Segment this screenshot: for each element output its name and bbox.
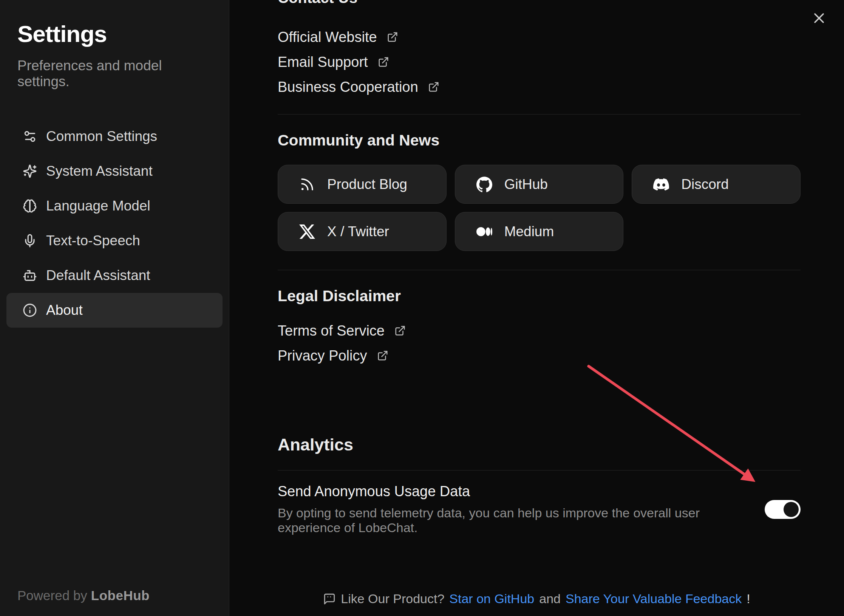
powered-by: Powered byLobeHub [17,588,150,603]
button-label: GitHub [504,176,548,192]
footer-text: Like Our Product? [341,591,444,606]
setting-text: Send Anonymous Usage Data By opting to s… [278,483,765,535]
community-buttons: Product Blog GitHub Discord X / Twitter … [278,165,801,251]
brain-icon [23,199,37,213]
medium-button[interactable]: Medium [455,212,624,251]
github-icon [476,176,492,192]
sidebar-item-default-assistant[interactable]: Default Assistant [6,258,223,293]
send-usage-data-setting: Send Anonymous Usage Data By opting to s… [278,483,801,535]
button-label: Discord [681,176,728,192]
settings-sidebar: Settings Preferences and model settings.… [0,0,229,616]
link-label: Official Website [278,29,377,45]
send-usage-toggle[interactable] [765,500,801,519]
button-label: X / Twitter [327,224,389,240]
sidebar-item-label: System Assistant [46,163,153,179]
external-link-icon [387,31,398,43]
footer-text: ! [747,591,750,606]
external-link-icon [428,81,439,93]
x-icon [299,224,315,240]
sidebar-item-label: About [46,302,83,318]
official-website-link[interactable]: Official Website [278,25,801,50]
sidebar-item-label: Default Assistant [46,268,150,283]
bot-icon [23,268,37,283]
terms-of-service-link[interactable]: Terms of Service [278,318,801,343]
message-quote-icon [323,593,336,605]
external-link-icon [394,325,406,336]
privacy-policy-link[interactable]: Privacy Policy [278,343,801,368]
community-title: Community and News [278,131,801,150]
sparkles-icon [23,164,37,178]
feedback-footer: Like Our Product? Star on GitHub and Sha… [229,591,844,606]
star-on-github-link[interactable]: Star on GitHub [449,591,534,606]
link-label: Business Cooperation [278,79,418,95]
mic-icon [23,234,37,248]
sidebar-item-label: Language Model [46,198,150,214]
external-link-icon [378,56,389,68]
about-panel: Contact Us Official Website Email Suppor… [229,0,844,616]
share-feedback-link[interactable]: Share Your Valuable Feedback [566,591,742,606]
business-cooperation-link[interactable]: Business Cooperation [278,74,801,99]
settings-nav: Common Settings System Assistant Languag… [6,119,223,328]
info-icon [23,303,37,317]
link-label: Terms of Service [278,323,385,339]
divider [278,114,801,115]
github-button[interactable]: GitHub [455,165,624,204]
toggle-knob [784,502,799,517]
discord-icon [653,176,669,192]
external-link-icon [377,350,388,361]
analytics-title: Analytics [278,435,801,455]
sidebar-item-text-to-speech[interactable]: Text-to-Speech [6,223,223,258]
sidebar-item-language-model[interactable]: Language Model [6,189,223,223]
contact-links: Official Website Email Support Business … [278,25,801,99]
x-twitter-button[interactable]: X / Twitter [278,212,447,251]
setting-label: Send Anonymous Usage Data [278,483,765,500]
divider [278,470,801,471]
medium-icon [476,224,492,240]
sliders-icon [23,129,37,144]
contact-us-title: Contact Us [278,0,801,6]
sidebar-item-label: Text-to-Speech [46,233,140,249]
sidebar-item-common-settings[interactable]: Common Settings [6,119,223,154]
sidebar-item-label: Common Settings [46,128,157,144]
close-icon[interactable] [811,10,827,26]
product-blog-button[interactable]: Product Blog [278,165,447,204]
lobehub-brand: LobeHub [91,588,150,603]
legal-links: Terms of Service Privacy Policy [278,318,801,368]
powered-by-text: Powered by [17,588,87,603]
button-label: Medium [504,224,554,240]
setting-description: By opting to send telemetry data, you ca… [278,506,765,535]
link-label: Privacy Policy [278,348,367,364]
discord-button[interactable]: Discord [632,165,801,204]
button-label: Product Blog [327,176,407,192]
sidebar-item-about[interactable]: About [6,293,223,328]
page-title: Settings [17,20,212,47]
page-subtitle: Preferences and model settings. [17,58,212,90]
email-support-link[interactable]: Email Support [278,50,801,74]
divider [278,270,801,270]
settings-window: Settings Preferences and model settings.… [0,0,844,616]
sidebar-item-system-assistant[interactable]: System Assistant [6,154,223,189]
rss-icon [299,176,315,192]
link-label: Email Support [278,54,368,70]
footer-text: and [539,591,561,606]
legal-title: Legal Disclaimer [278,287,801,305]
